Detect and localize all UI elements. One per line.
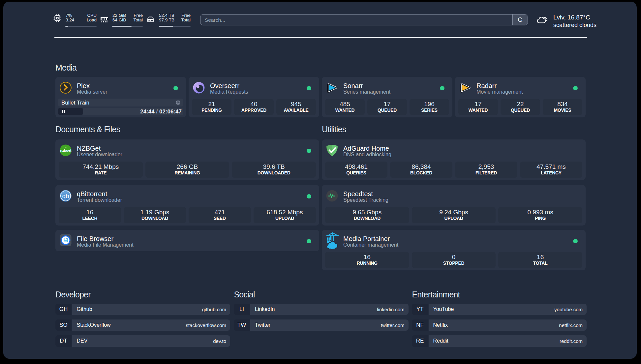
svg-text:qb: qb [62, 193, 69, 199]
svg-text:nzbget: nzbget [60, 148, 71, 152]
